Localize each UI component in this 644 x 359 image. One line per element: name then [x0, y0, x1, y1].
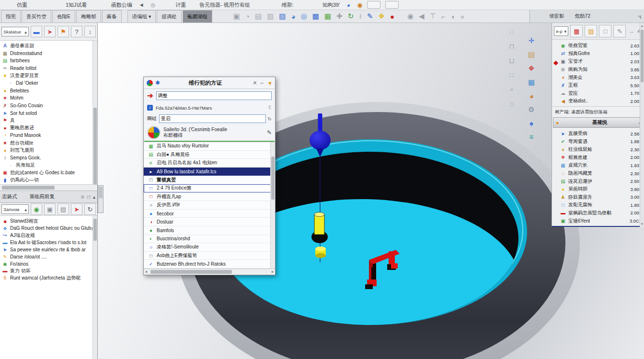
parts-icon[interactable]: ▦	[570, 25, 583, 37]
folder-plain-icon[interactable]: □	[599, 25, 611, 37]
field-input[interactable]	[159, 114, 266, 123]
tree-item[interactable]: ▮ 仍爲此心—切	[0, 177, 97, 184]
tree-vertical-scrollbar[interactable]	[92, 41, 97, 184]
tree-item[interactable]: ★ Mohm	[0, 94, 97, 102]
cursor-icon[interactable]: ◄	[139, 2, 144, 8]
menu-item[interactable]: 函数公编	[111, 1, 132, 9]
workspace-tab[interactable]: 色階E	[52, 10, 75, 22]
scroll-down-icon[interactable]: ▾	[640, 222, 644, 226]
tree-item[interactable]: · 吳海知足	[0, 162, 97, 169]
tree-item[interactable]: ★ 想台功规te	[0, 139, 97, 147]
dialog-list-row[interactable]: □ 丹棚直凡ap	[144, 193, 271, 202]
property-row[interactable]: ⚙ 病购为知 3.85	[560, 66, 639, 74]
pen-icon[interactable]: ✎	[367, 12, 373, 21]
bottom-list-item[interactable]: ▬ Ela Aat lo 锻Sacrobes r'oads to s.lot	[0, 239, 97, 246]
dots-a-icon[interactable]: ∷	[509, 28, 514, 36]
window-button-restore[interactable]	[367, 1, 380, 9]
sketch-icon[interactable]: ▬	[31, 26, 42, 37]
tree-item[interactable]: A 册母暴逗甜	[0, 42, 97, 50]
workspace-tab[interactable]: 酱备	[102, 10, 122, 22]
ball-blue-icon[interactable]: ◕	[346, 1, 350, 9]
tree-item[interactable]: ▦ Distreostatiund	[0, 50, 97, 57]
printer-icon[interactable]: ▣	[233, 12, 240, 21]
dialog-list-row[interactable]: ▸ A9 Bow lu lassbsl Xatafir.lcs	[144, 168, 271, 176]
property-row[interactable]: ▤ 连莴启屠伊 2.50	[560, 177, 639, 185]
dialog-combo-row[interactable]: Saile/to 3d. ('Cesnimb Foealle 布郡棚得 ✎	[144, 124, 275, 141]
clipboard-icon[interactable]: ▤	[255, 12, 262, 21]
property-row[interactable]: ▣ 宝墙6Yent 3.0C	[560, 217, 639, 225]
tree-filter-dropdown[interactable]: Skalatue▴	[1, 27, 29, 36]
property-row[interactable]: □ 发彫无腐怖 1.80	[560, 201, 639, 209]
group-tab[interactable]: 提调处	[157, 10, 182, 22]
close-icon[interactable]: ✕	[253, 80, 257, 86]
property-row[interactable]: ∴ 隐画鸿飓笼 2.30	[560, 169, 639, 178]
layers-icon[interactable]: ≡	[529, 133, 534, 141]
bracket-icon[interactable]: ⌐	[441, 12, 446, 21]
tree-item[interactable]: ♦ Betebtes	[0, 87, 97, 95]
dialog-list-row[interactable]: □ 2.4 79 Erobce菌	[144, 184, 271, 193]
orbit-icon[interactable]: ◕	[291, 12, 296, 21]
properties-dropdown[interactable]: я-р▾	[554, 26, 568, 36]
scroll-left-icon[interactable]: ◂	[144, 269, 149, 274]
3d-viewport[interactable]: ∷⊓⊔∷∘⌂ ✛▤❖▦◕⚙♠≡ ✱ 维行犯的方证 ✕ ⌐ ➤ ➔	[98, 23, 644, 359]
dialog-list-row[interactable]: ▦ 且马 Nauto vfoy Rurtolor	[144, 142, 271, 151]
doc-edit-icon[interactable]: ✎	[613, 25, 626, 37]
menu-item[interactable]: 知构39'	[322, 1, 340, 9]
property-row[interactable]: ◉ 使曲贸签 2.63	[560, 42, 639, 50]
dialog-list-row[interactable]: ○ 凌格茵!-Semsliloute	[144, 243, 271, 252]
tree-item[interactable]: ➤ Sor fut solod	[0, 109, 97, 117]
tree-horizontal-scrollbar[interactable]	[0, 184, 97, 191]
group-tab[interactable]: 语编组 ▾	[127, 10, 156, 22]
property-row[interactable]: ✗ 王框 5.50	[560, 81, 639, 90]
dialog-list-row[interactable]: ▤ 白国● 具雕晨癌	[144, 151, 271, 159]
property-row[interactable]: ▣ 宝管才 2.03	[560, 57, 639, 66]
u-bracket-icon[interactable]: ⊔	[509, 56, 515, 65]
caret-icon[interactable]: ҷ	[639, 13, 641, 19]
frame-pic-icon[interactable]: ▦	[528, 78, 535, 87]
dialog-list-row[interactable]: ◐ Busctrina/orshd	[144, 235, 271, 244]
tree-item[interactable]: ▤ fartshees	[0, 57, 97, 65]
sheets-icon[interactable]: ❖	[378, 12, 384, 21]
right-tab[interactable]: 危助72	[575, 13, 591, 20]
property-row[interactable]: ✔ 弯周窗遇 1.88	[560, 137, 639, 146]
menu-item[interactable]: 计重	[175, 1, 186, 9]
bottom-list-item[interactable]: ➤ Sa pewee site euirlecv rte & tbob ar	[0, 246, 97, 253]
dot-icon[interactable]: ●	[460, 12, 464, 21]
updown-icon[interactable]: ↕	[84, 26, 96, 37]
panel-vertical-scrollbar[interactable]: ▴ ▾	[640, 23, 644, 227]
group-tab[interactable]: 氨腮湖组	[183, 10, 212, 22]
scroll-up-icon[interactable]: ▴	[640, 24, 644, 28]
swap-icon[interactable]: ↻	[84, 203, 96, 215]
spheres-icon[interactable]: ◎	[301, 12, 307, 21]
menu-item[interactable]: 仿重	[17, 1, 27, 9]
up-icon[interactable]: ▴	[93, 194, 95, 200]
property-row[interactable]: ● 呆画聘胆 3.80	[560, 185, 639, 193]
paint-icon[interactable]: ⚑	[58, 26, 69, 37]
dialog-list-row[interactable]: ○ 反伊思.И9r	[144, 201, 271, 210]
folder-orange-icon[interactable]: ▤	[585, 25, 597, 37]
arrow-left-icon[interactable]: ◀	[419, 12, 425, 21]
bottom-tab-2[interactable]: 菜临宛前复	[30, 193, 55, 200]
stamp-icon[interactable]: ♠	[529, 119, 533, 127]
tree-item[interactable]: ● 重晚思惠还	[0, 124, 97, 132]
workspace-tab[interactable]: 贵买竹空	[22, 10, 51, 22]
orb-gray-icon[interactable]: ◎	[151, 2, 156, 8]
tree-item[interactable]: ≀ Sempra Gook.	[0, 154, 97, 162]
hook-icon[interactable]: ≀	[359, 12, 362, 21]
colorball-icon[interactable]: ◉	[31, 203, 42, 215]
bottom-list-item[interactable]: ▬ 衷力 切坏	[0, 268, 97, 275]
teapot-icon[interactable]: ◕	[529, 92, 534, 100]
property-row[interactable]: ◕ 潮美众 3.63	[560, 73, 639, 81]
box-icon[interactable]: □	[87, 194, 90, 200]
bottom-list-item[interactable]: ✎ Darse /oloa/ot ....	[0, 253, 97, 260]
dot-small-icon[interactable]: ∘	[509, 85, 514, 94]
property-row[interactable]: ➤ 直腰受病 2.58	[560, 130, 639, 138]
recycle-icon[interactable]: ↻	[348, 12, 354, 21]
rotate-icon[interactable]: ➤	[44, 26, 56, 37]
property-row[interactable]: ♦ 狂业线屁鲑 2.30	[560, 146, 639, 154]
dock-icon[interactable]: ⌐	[261, 80, 264, 86]
properties-section-header[interactable]: ● 基规悦 ₛ	[553, 117, 643, 128]
tree-item[interactable]: ✗ So-Gno Covain	[0, 102, 97, 110]
tree-item[interactable]: ♦ 到范飞鹿用	[0, 146, 97, 154]
machine-icon[interactable]: ⚙	[528, 105, 534, 114]
